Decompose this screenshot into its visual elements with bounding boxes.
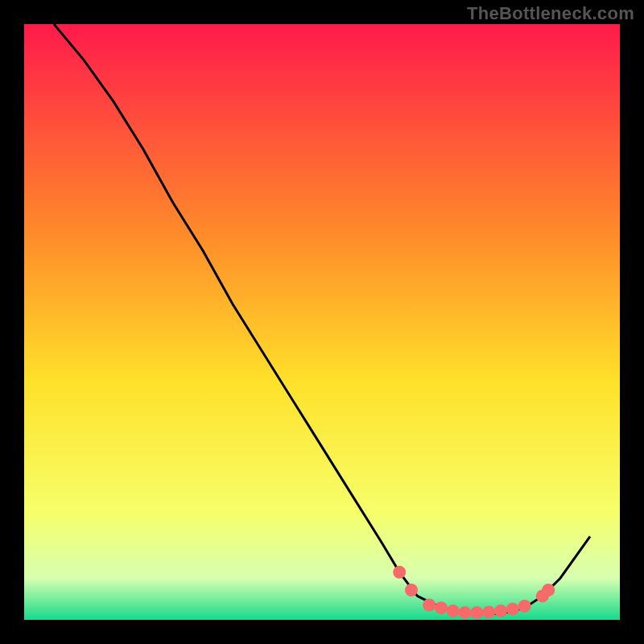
marker-dot bbox=[470, 606, 483, 619]
marker-dot bbox=[482, 605, 495, 618]
plot-area bbox=[24, 24, 620, 620]
attribution-label: TheBottleneck.com bbox=[467, 3, 634, 24]
gradient-background bbox=[24, 24, 620, 620]
marker-dot bbox=[393, 566, 406, 579]
marker-dot bbox=[542, 584, 555, 597]
chart-frame: TheBottleneck.com bbox=[0, 0, 644, 644]
marker-dot bbox=[447, 605, 460, 617]
marker-dot bbox=[506, 603, 519, 616]
marker-dot bbox=[518, 600, 531, 613]
marker-dot bbox=[494, 605, 507, 617]
marker-dot bbox=[459, 606, 472, 619]
chart-svg bbox=[24, 24, 620, 620]
marker-dot bbox=[423, 599, 436, 612]
marker-dot bbox=[435, 601, 448, 614]
marker-dot bbox=[405, 584, 418, 597]
